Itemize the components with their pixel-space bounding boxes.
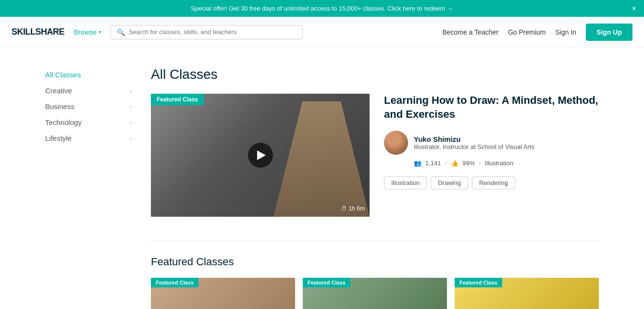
chevron-right-icon: › [130,104,132,110]
search-input[interactable] [129,28,297,36]
chevron-right-icon: › [130,136,132,141]
sidebar: All Classes Creative › Business › Techno… [45,67,132,309]
tag-drawing[interactable]: Drawing [431,176,468,189]
become-teacher-link[interactable]: Become a Teacher [442,28,498,36]
featured-classes-title: Featured Classes [151,256,599,268]
thumbs-up-icon: 👍 [451,160,458,167]
chevron-right-icon: › [130,88,132,94]
category-label: Illustration [485,160,513,167]
class-title[interactable]: Learning How to Draw: A Mindset, Method,… [384,94,599,121]
featured-badge: Featured Class [151,94,204,105]
tags-container: Illustration Drawing Rendering [384,176,599,189]
go-premium-link[interactable]: Go Premium [508,28,546,36]
main-layout: All Classes Creative › Business › Techno… [34,48,610,309]
sign-in-link[interactable]: Sign In [556,28,577,36]
clock-icon: ⏱ [341,205,347,212]
featured-class-card: Featured Class ⏱ 1h 6m Learning How to D… [151,94,599,217]
featured-card-3[interactable]: Featured Class [455,278,599,309]
sidebar-item-technology[interactable]: Technology › [45,114,132,130]
video-thumbnail[interactable]: Featured Class ⏱ 1h 6m [151,94,370,217]
sidebar-item-creative[interactable]: Creative › [45,83,132,99]
teacher-stats: 👥 1,141 • 👍 99% • Illustration [414,160,599,167]
header: SKILLSHARE Browse ▾ 🔍 Become a Teacher G… [0,17,644,48]
dot-separator: • [445,160,447,167]
page-title: All Classes [151,67,599,82]
students-count: 1,141 [425,160,441,167]
nav-right: Become a Teacher Go Premium Sign In Sign… [442,24,632,41]
browse-button[interactable]: Browse ▾ [74,28,101,36]
featured-cards-row: Featured Class Featured Class Featured C… [151,278,599,309]
card-badge-1: Featured Class [151,278,198,287]
tag-illustration[interactable]: Illustration [384,176,427,189]
teacher-title-label: Illustrator, Instructor at School of Vis… [414,143,534,150]
logo[interactable]: SKILLSHARE [12,27,64,37]
section-divider [151,241,599,241]
tag-rendering[interactable]: Rendering [472,176,515,189]
class-info: Learning How to Draw: A Mindset, Method,… [384,94,599,217]
featured-card-2[interactable]: Featured Class [303,278,447,309]
main-content: All Classes Featured Class ⏱ 1h 6m Learn… [151,67,599,309]
teacher-name[interactable]: Yuko Shimizu [414,135,534,143]
banner-close-button[interactable]: × [632,4,636,13]
teacher-row: Yuko Shimizu Illustrator, Instructor at … [384,131,599,155]
avatar [384,131,408,155]
card-badge-3: Featured Class [455,278,502,287]
sidebar-item-all-classes[interactable]: All Classes [45,67,132,83]
promo-banner: Special offer! Get 30 free days of unlim… [0,0,644,17]
banner-text[interactable]: Special offer! Get 30 free days of unlim… [191,5,453,12]
students-icon: 👥 [414,160,421,167]
sidebar-item-lifestyle[interactable]: Lifestyle › [45,130,132,146]
sign-up-button[interactable]: Sign Up [586,24,632,41]
sidebar-item-business[interactable]: Business › [45,99,132,114]
play-button[interactable] [248,143,273,168]
featured-card-1[interactable]: Featured Class [151,278,295,309]
chevron-right-icon: › [130,120,132,125]
search-bar: 🔍 [111,25,303,39]
dot-separator: • [479,160,481,167]
duration-label: ⏱ 1h 6m [341,205,365,212]
rating-value: 99% [462,160,475,167]
card-badge-2: Featured Class [303,278,350,287]
search-icon: 🔍 [117,28,125,36]
chevron-down-icon: ▾ [99,29,101,35]
